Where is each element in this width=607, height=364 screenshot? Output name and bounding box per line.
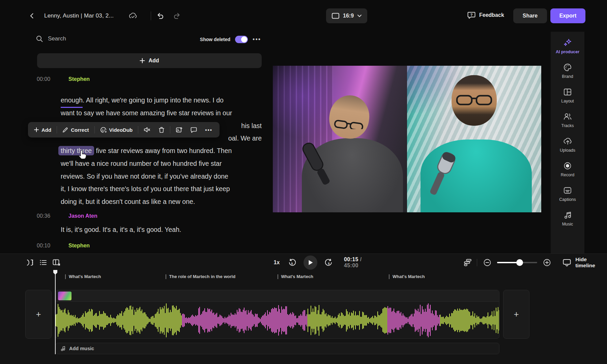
project-title[interactable]: Lenny, Austin | Mar 03, 2... (44, 12, 114, 19)
chapter-marker[interactable]: What's Martech (65, 274, 101, 279)
feedback-button[interactable]: ? Feedback (467, 11, 504, 20)
export-button[interactable]: Export (550, 8, 585, 23)
toolbar-add-button[interactable]: Add (31, 125, 54, 135)
timeline-controls: 1x 5 5 00:15 / 45:00 (0, 254, 607, 271)
toolbar-correct-button[interactable]: Correct (60, 125, 91, 135)
redo-button[interactable] (171, 10, 183, 22)
sidebar-item-music[interactable]: Music (552, 209, 583, 229)
speaker-name[interactable]: Stephen (68, 76, 90, 82)
transcript-line[interactable]: doing it, but it doesn't count as like a… (61, 195, 262, 208)
frame-icon (331, 12, 340, 19)
chapter-marker[interactable]: The role of Martech in the world (166, 274, 235, 279)
toolbar-divider (170, 126, 170, 133)
transcript-line[interactable]: we'll have a nice round number of two hu… (61, 157, 262, 170)
toolbar-videodub-button[interactable]: VideoDub (97, 125, 136, 135)
video-frame-right-speaker (407, 66, 541, 212)
dub-face-icon (100, 127, 107, 133)
chapter-marker[interactable]: What's Martech (278, 274, 314, 279)
sidebar-item-layout[interactable]: Layout (552, 86, 583, 105)
sidebar-item-tracks[interactable]: Tracks (552, 110, 583, 130)
selection-toolbar: Add Correct VideoDub (28, 122, 220, 138)
range-select-tool-button[interactable] (24, 256, 37, 269)
transcript-line[interactable]: thirty three five star reviews away from… (61, 144, 262, 157)
toolbar-delete-button[interactable] (156, 125, 167, 135)
chevron-down-icon (357, 14, 362, 18)
transcript-line[interactable]: it, I know there's there's lots of you o… (61, 182, 262, 195)
glasses-icon (333, 119, 367, 129)
insert-panel-button[interactable] (50, 256, 63, 269)
segment-timestamp: 00:10 (37, 243, 61, 249)
playhead-line[interactable] (55, 273, 56, 354)
back-button[interactable] (26, 10, 38, 22)
sidebar-item-label: Brand (562, 74, 573, 79)
timeline-track-container (55, 290, 499, 339)
cloud-check-icon (128, 12, 137, 20)
rewind-5-icon: 5 (288, 259, 297, 267)
hide-timeline-button[interactable] (560, 256, 573, 269)
transcript-line[interactable]: want to say we have some amazing five st… (61, 107, 262, 119)
skip-forward-5-button[interactable]: 5 (322, 256, 335, 269)
total-time: 45:00 (344, 263, 358, 268)
cloud-sync-button[interactable] (127, 10, 139, 22)
cursor-word: enough (61, 94, 83, 108)
toolbar-more-button[interactable]: ••• (202, 125, 215, 135)
sidebar-item-ai-producer[interactable]: AI producer (552, 36, 583, 56)
svg-text:?: ? (470, 13, 473, 17)
selected-word[interactable]: thirty three (58, 146, 94, 155)
toolbar-correct-label: Correct (71, 127, 89, 133)
toolbar-videodub-label: VideoDub (109, 127, 133, 133)
transcript-line[interactable]: reviews. So if you have not done it, if … (61, 170, 262, 183)
chapter-tick (389, 274, 389, 279)
search-icon (36, 35, 43, 42)
add-scene-button[interactable]: Add (37, 53, 262, 68)
skip-back-5-button[interactable]: 5 (286, 256, 299, 269)
chapter-label: What's Martech (393, 274, 425, 279)
transcript-panel: Search Show deleted ••• Add 00:00 Stephe… (27, 32, 263, 253)
toolbar-add-clip-button[interactable] (173, 125, 185, 135)
toolbar-divider (138, 126, 138, 133)
video-thumbnail (58, 292, 71, 300)
video-track[interactable] (56, 290, 499, 302)
sidebar-item-brand[interactable]: Brand (552, 61, 583, 81)
trash-icon (158, 127, 165, 133)
add-track-right-button[interactable]: + (503, 290, 529, 339)
transcript-line[interactable]: enough. All right, we're going to jump i… (61, 94, 262, 107)
timeline-zoom-slider[interactable] (497, 262, 537, 263)
zoom-out-button[interactable] (481, 256, 494, 269)
toolbar-comment-button[interactable] (188, 125, 200, 135)
sidebar-item-captions[interactable]: Captions (552, 184, 583, 204)
sidebar-item-record[interactable]: Record (552, 159, 583, 179)
audio-track[interactable] (56, 302, 499, 339)
zoom-slider-knob[interactable] (516, 259, 523, 266)
svg-text:5: 5 (328, 262, 330, 265)
toggle-knob (241, 36, 247, 42)
hide-timeline-label[interactable]: Hide timeline (575, 256, 607, 269)
show-deleted-toggle[interactable] (235, 36, 248, 43)
add-music-track[interactable]: Add music (55, 343, 499, 354)
chapter-marker[interactable]: What's Martech (389, 274, 425, 279)
controls-divider (477, 259, 477, 266)
segment-header: 00:10 Stephen (37, 243, 90, 249)
sidebar-item-uploads[interactable]: Uploads (552, 135, 583, 155)
toolbar-mute-button[interactable] (141, 125, 153, 135)
playback-speed-button[interactable]: 1x (274, 260, 280, 266)
add-track-left-button[interactable]: + (25, 290, 52, 339)
plus-icon (34, 127, 39, 132)
search-input[interactable]: Search (36, 35, 66, 42)
speaker-name[interactable]: Jason Aten (68, 213, 97, 219)
undo-button[interactable] (154, 10, 167, 22)
zoom-in-button[interactable] (541, 256, 554, 269)
transcript-more-button[interactable]: ••• (253, 36, 261, 43)
aspect-ratio-button[interactable]: 16:9 (326, 8, 367, 23)
chevron-left-icon (29, 13, 35, 19)
chapter-label: The role of Martech in the world (169, 274, 235, 279)
share-button[interactable]: Share (513, 8, 547, 23)
play-button[interactable] (304, 255, 317, 270)
speaker-name[interactable]: Stephen (68, 243, 90, 249)
track-layers-button[interactable] (461, 256, 474, 269)
sidebar-item-label: Captions (559, 197, 576, 202)
plus-circle-icon (543, 259, 551, 267)
clip-list-button[interactable] (37, 256, 50, 269)
video-preview[interactable] (273, 66, 541, 212)
transcript-line[interactable]: It is, it's good. It's a, it's a, it's g… (61, 223, 262, 236)
